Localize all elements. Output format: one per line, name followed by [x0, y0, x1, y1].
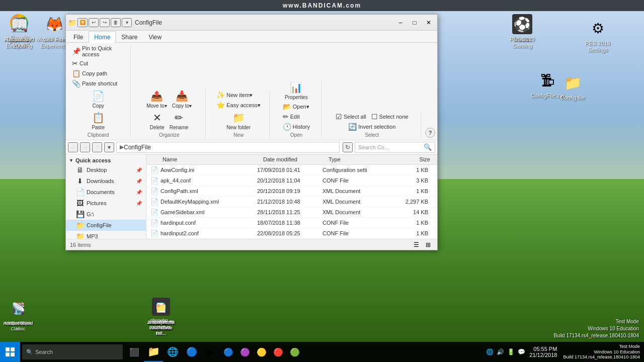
taskbar-icon-boxes[interactable]: 📁 Boxes: [147, 298, 175, 325]
table-row[interactable]: 📄 hardinput.conf 18/07/2018 11:38 CONF F…: [146, 218, 437, 228]
open-label: Open: [290, 132, 302, 138]
open-ribbon-button[interactable]: 📂 Open▾: [281, 102, 312, 111]
hotspot-icon: 📡: [8, 299, 28, 319]
tab-home[interactable]: Home: [89, 31, 116, 43]
file-name: AowConfig.ini: [160, 167, 257, 173]
copy-button[interactable]: 📄 Copy: [89, 89, 107, 110]
col-header-type[interactable]: Type: [327, 155, 392, 163]
desktop-icon-label: Dictionary 2008: [1, 36, 37, 49]
desktop-icon-configfile-folder[interactable]: 📁 Config file: [554, 72, 591, 101]
large-icons-view-button[interactable]: ⊞: [423, 240, 433, 249]
new-item-button[interactable]: ✨ New item▾: [214, 90, 263, 100]
taskbar-app-button-5[interactable]: 🟢: [287, 342, 303, 362]
tab-share[interactable]: Share: [116, 31, 143, 43]
sidebar-item-mp3[interactable]: 📁 MP3: [66, 231, 146, 239]
search-bar[interactable]: Search Co... 🔍: [355, 142, 435, 153]
properties-btn[interactable]: 🔽: [77, 18, 88, 27]
taskbar-chrome-button[interactable]: 🌐: [163, 342, 182, 362]
taskbar-ie-button[interactable]: 🔵: [182, 342, 201, 362]
table-row[interactable]: 📄 apk_44.conf 20/12/2018 11:04 CONF File…: [146, 175, 437, 186]
taskbar-search[interactable]: 🔍 Search: [22, 344, 123, 359]
taskbar-app-button-2[interactable]: 🟣: [237, 342, 253, 362]
taskbar-mediaplayer-button[interactable]: ▶: [201, 342, 220, 362]
help-button[interactable]: ?: [425, 128, 435, 138]
copy-path-button[interactable]: 📋 Copy path: [70, 69, 126, 78]
move-to-button[interactable]: 📤 Move to▾: [144, 89, 169, 110]
open-icon: 📂: [283, 103, 291, 111]
col-header-size[interactable]: Size: [392, 155, 432, 163]
sidebar-item-desktop[interactable]: 🖥 Desktop 📌: [66, 164, 146, 175]
invert-selection-button[interactable]: 🔄 Invert selection: [346, 122, 397, 131]
details-view-button[interactable]: ☰: [411, 240, 421, 249]
history-button[interactable]: 🕐 History: [281, 122, 312, 131]
forward-button[interactable]: →: [80, 142, 90, 152]
ribbon: File Home Share View 📌 Pin to Quick acce…: [66, 31, 437, 140]
table-row[interactable]: 📄 GameSidebar.xml 28/11/2018 11:25 XML D…: [146, 207, 437, 218]
file-size: 1 KB: [388, 230, 428, 236]
tab-file[interactable]: File: [68, 31, 89, 43]
quick-access-header[interactable]: ▼ Quick access: [66, 156, 146, 164]
sidebar-item-pictures[interactable]: 🖼 Pictures 📌: [66, 198, 146, 209]
task-view-button[interactable]: ⬛: [125, 342, 144, 362]
undo-btn[interactable]: ↩: [89, 18, 99, 27]
organize-label: Organize: [159, 132, 180, 138]
file-size: 1 KB: [388, 167, 428, 173]
edit-button[interactable]: ✏ Edit: [281, 112, 312, 121]
paste-shortcut-label: Paste shortcut: [82, 80, 117, 86]
new-item-label: New item▾: [226, 92, 253, 99]
file-size: 1 KB: [388, 188, 428, 194]
address-bar[interactable]: ▶ ConfigFile: [116, 142, 340, 153]
start-button[interactable]: [0, 342, 20, 362]
sidebar-configfile-label: ConfigFile: [87, 222, 112, 228]
sidebar-item-documents[interactable]: 📄 Documents 📌: [66, 187, 146, 198]
recent-locations-button[interactable]: ▾: [104, 142, 114, 152]
desktop-icon-dictionary[interactable]: 📖 Dictionary 2008: [1, 14, 37, 49]
taskbar-app-button-1[interactable]: 🔵: [220, 342, 236, 362]
table-row[interactable]: 📄 hardinput2.conf 22/08/2018 05:25 CONF …: [146, 228, 437, 239]
maximize-button[interactable]: □: [408, 17, 421, 28]
cut-button[interactable]: ✂ Cut: [70, 59, 126, 68]
more-quick-btn[interactable]: ▾: [122, 18, 132, 27]
sidebar-downloads-label: Downloads: [87, 178, 114, 184]
sidebar-item-downloads[interactable]: ⬇ Downloads 📌: [66, 175, 146, 187]
refresh-button[interactable]: ↻: [343, 142, 353, 152]
desktop-icon-pes2019[interactable]: ⚽ PBS 2019: [504, 14, 540, 43]
open-buttons: 📊 Properties 📂 Open▾ ✏ Edit: [276, 80, 316, 131]
taskbar-file-explorer-button[interactable]: 📁: [144, 342, 163, 362]
tab-view[interactable]: View: [143, 31, 167, 43]
sidebar-item-g-drive[interactable]: 💾 G:\: [66, 209, 146, 220]
open-group: 📊 Properties 📂 Open▾ ✏ Edit: [274, 80, 321, 138]
paste-button[interactable]: 📋 Paste: [89, 111, 107, 131]
table-row[interactable]: 📄 AowConfig.ini 17/09/2018 01:41 Configu…: [146, 165, 437, 175]
new-folder-label: New folder: [226, 125, 251, 130]
col-header-name[interactable]: Name: [160, 155, 261, 163]
table-row[interactable]: 📄 DefaultKeyMapping.xml 21/12/2018 10:48…: [146, 197, 437, 207]
close-button[interactable]: ✕: [422, 17, 435, 28]
paste-shortcut-button[interactable]: 📎 Paste shortcut: [70, 79, 126, 88]
taskbar-app-button-3[interactable]: 🟡: [254, 342, 270, 362]
back-button[interactable]: ←: [68, 142, 78, 152]
redo-btn[interactable]: ↪: [100, 18, 110, 27]
sidebar-item-configfile[interactable]: 📁 ConfigFile: [66, 220, 146, 231]
minimize-button[interactable]: –: [394, 17, 407, 28]
file-list: Name Date modified Type Size 📄 AowConfig…: [146, 154, 437, 239]
select-all-button[interactable]: ☑ Select all: [334, 112, 368, 121]
up-button[interactable]: ↑: [92, 142, 102, 152]
delete-quick-btn[interactable]: 🗑: [111, 18, 121, 27]
select-none-button[interactable]: ☐ Select none: [369, 112, 411, 121]
desktop-icon-pes2019-settings[interactable]: ⚙ PES 2019 Settings: [580, 18, 616, 53]
new-folder-button[interactable]: 📁 New folder: [224, 111, 253, 131]
dictionary-icon: 📖: [9, 14, 29, 34]
delete-button[interactable]: ✕ Delete: [148, 111, 167, 131]
taskbar-app-button-4[interactable]: 🔴: [270, 342, 286, 362]
copy-to-button[interactable]: 📥 Copy to▾: [170, 89, 194, 110]
pin-to-quick-access-button[interactable]: 📌 Pin to Quick access: [70, 45, 126, 58]
easy-access-button[interactable]: ⭐ Easy access▾: [214, 101, 263, 110]
properties-ribbon-button[interactable]: 📊 Properties: [283, 80, 310, 101]
table-row[interactable]: 📄 ConfigPath.xml 20/12/2018 09:19 XML Do…: [146, 186, 437, 197]
sidebar-documents-label: Documents: [87, 189, 115, 195]
ribbon-content: 📌 Pin to Quick access ✂ Cut 📋 Copy path: [66, 43, 437, 140]
taskbar-shortcut-hotspot[interactable]: 📡 Hotspot Shield: [2, 299, 34, 326]
col-header-date[interactable]: Date modified: [261, 155, 327, 163]
rename-button[interactable]: ✏ Rename: [168, 111, 191, 131]
